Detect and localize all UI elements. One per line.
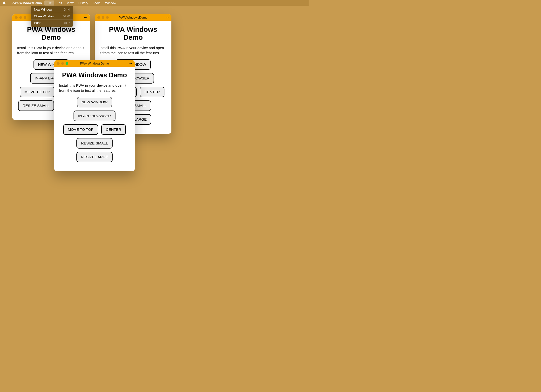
page-description: Install this PWA in your device and open… xyxy=(59,83,130,93)
close-icon[interactable] xyxy=(15,16,18,19)
page-description: Install this PWA in your device and open… xyxy=(100,45,167,55)
menu-item-label: Close Window xyxy=(34,14,54,18)
app-window-front[interactable]: PWA WindowsDemo ··· PWA Windows Demo Ins… xyxy=(54,60,135,171)
menu-history[interactable]: History xyxy=(76,0,90,6)
more-icon[interactable]: ··· xyxy=(129,62,132,65)
apple-menu-icon[interactable] xyxy=(2,1,6,5)
minimize-icon[interactable] xyxy=(102,16,104,19)
page-title: PWA Windows Demo xyxy=(59,72,130,79)
menu-item-label: New Window xyxy=(34,8,52,11)
zoom-icon[interactable] xyxy=(106,16,109,19)
traffic-lights xyxy=(97,16,109,19)
menu-item-new-window[interactable]: New Window ⌘ N xyxy=(31,7,73,12)
menu-view[interactable]: View xyxy=(64,0,76,6)
window-titlebar[interactable]: PWA WindowsDemo ··· xyxy=(54,60,135,67)
more-icon[interactable]: ··· xyxy=(84,16,87,19)
menu-item-shortcut: ⌘ W xyxy=(63,15,70,18)
traffic-lights xyxy=(15,16,26,19)
minimize-icon[interactable] xyxy=(19,16,22,19)
page-title: PWA Windows Demo xyxy=(100,26,167,41)
new-window-button[interactable]: NEW WINDOW xyxy=(77,97,112,107)
app-name[interactable]: PWA WindowsDemo xyxy=(9,1,44,5)
in-app-browser-button[interactable]: IN-APP BROWSER xyxy=(74,111,115,121)
menu-edit[interactable]: Edit xyxy=(54,0,64,6)
menu-separator xyxy=(31,13,73,13)
menu-item-label: Print... xyxy=(34,21,43,25)
close-icon[interactable] xyxy=(97,16,100,19)
page-description: Install this PWA in your device and open… xyxy=(17,45,85,55)
resize-small-button[interactable]: RESIZE SMALL xyxy=(18,100,54,111)
menu-tools[interactable]: Tools xyxy=(91,0,103,6)
minimize-icon[interactable] xyxy=(61,62,64,65)
menu-item-print[interactable]: Print... ⌘ P xyxy=(31,20,73,26)
window-titlebar[interactable]: PWA WindowsDemo ··· xyxy=(95,14,171,21)
menu-bar: PWA WindowsDemo File Edit View History T… xyxy=(0,0,309,6)
more-icon[interactable]: ··· xyxy=(165,16,169,19)
zoom-icon[interactable] xyxy=(66,62,68,65)
menu-window[interactable]: Window xyxy=(103,0,119,6)
page-title: PWA Windows Demo xyxy=(17,26,85,41)
menu-item-shortcut: ⌘ N xyxy=(64,8,70,11)
zoom-icon[interactable] xyxy=(24,16,26,19)
menu-item-shortcut: ⌘ P xyxy=(64,21,70,25)
resize-large-button[interactable]: RESIZE LARGE xyxy=(76,152,113,162)
menu-separator xyxy=(31,20,73,20)
move-to-top-button[interactable]: MOVE TO TOP xyxy=(20,87,55,97)
menu-file[interactable]: File xyxy=(44,0,54,6)
move-to-top-button[interactable]: MOVE TO TOP xyxy=(63,124,98,135)
window-content: PWA Windows Demo Install this PWA in you… xyxy=(54,67,135,171)
center-button[interactable]: CENTER xyxy=(140,87,164,97)
traffic-lights xyxy=(57,62,68,65)
center-button[interactable]: CENTER xyxy=(101,124,126,135)
close-icon[interactable] xyxy=(57,62,60,65)
menu-item-close-window[interactable]: Close Window ⌘ W xyxy=(31,13,73,19)
file-menu-dropdown: New Window ⌘ N Close Window ⌘ W Print...… xyxy=(31,6,73,27)
resize-small-button[interactable]: RESIZE SMALL xyxy=(76,138,112,149)
